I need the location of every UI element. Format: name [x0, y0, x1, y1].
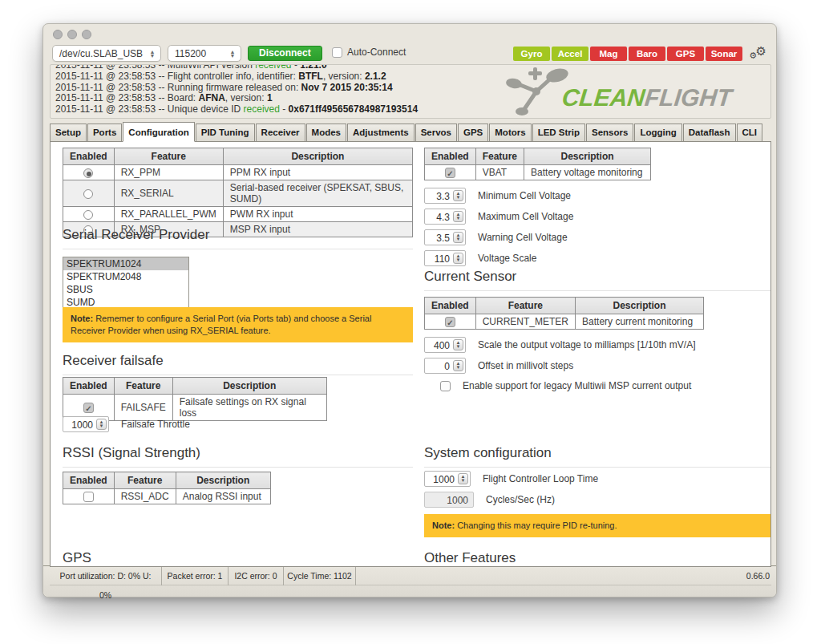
gps-heading: GPS	[63, 550, 413, 567]
min-cell-voltage-row: 3.3▲▼ Minimum Cell Voltage	[424, 188, 571, 204]
stepper-arrows-icon[interactable]: ▲▼	[453, 253, 463, 264]
stepper-arrows-icon[interactable]: ▲▼	[96, 419, 107, 430]
rx-serial-radio[interactable]	[83, 189, 93, 199]
titlebar	[43, 24, 776, 42]
log-line: 2015-11-11 @ 23:58:53 -- Flight controll…	[55, 71, 418, 83]
stepper-arrows-icon[interactable]: ▲▼	[458, 473, 468, 484]
tab-sensors[interactable]: Sensors	[586, 124, 633, 142]
table-row: ✓ CURRENT_METERBattery current monitorin…	[425, 314, 704, 330]
vbat-table: Enabled Feature Description ✓ VBATBatter…	[424, 148, 651, 180]
min-cell-voltage-input[interactable]: 3.3▲▼	[424, 188, 466, 204]
rx-ppm-radio[interactable]	[83, 168, 93, 178]
app-window: /dev/cu.SLAB_USB ▲▼ 115200 ▲▼ Disconnect…	[42, 23, 777, 597]
tab-gps[interactable]: GPS	[458, 124, 488, 142]
current-offset-input[interactable]: 0▲▼	[424, 358, 466, 374]
log-line: 2015-11-11 @ 23:58:53 -- Unique device I…	[55, 104, 418, 115]
max-cell-voltage-row: 4.3▲▼ Maximum Cell Voltage	[424, 209, 573, 225]
indicator-mag: Mag	[590, 47, 627, 61]
stepper-arrows-icon[interactable]: ▲▼	[453, 339, 463, 350]
baud-rate-select[interactable]: 115200 ▲▼	[168, 45, 241, 62]
settings-gear-icon[interactable]: ⚙⚙	[746, 44, 766, 63]
serial-receiver-note: Note: Rememer to configure a Serial Port…	[63, 307, 413, 342]
table-row: RX_PARALLEL_PWMPWM RX input	[63, 207, 413, 222]
rssi-adc-checkbox[interactable]	[83, 492, 94, 502]
table-row: ✓ VBATBattery voltage monitoring	[425, 165, 651, 180]
field-label: Voltage Scale	[478, 253, 536, 264]
log-panel[interactable]: 2015-11-11 @ 23:58:53 -- MultiWii API ve…	[50, 64, 771, 119]
log-lines: 2015-11-11 @ 23:58:53 -- MultiWii API ve…	[55, 64, 418, 115]
legacy-msp-checkbox[interactable]	[440, 381, 451, 391]
cycles-per-sec-readout: 1000	[424, 492, 474, 508]
current-meter-checkbox[interactable]: ✓	[445, 317, 455, 327]
indicator-accel: Accel	[552, 47, 588, 61]
table-row: RX_PPMPPM RX input	[63, 165, 413, 180]
indicator-gyro: Gyro	[513, 47, 550, 61]
loop-time-input[interactable]: 1000▲▼	[424, 471, 471, 487]
tab-receiver[interactable]: Receiver	[256, 124, 305, 142]
tab-adjustments[interactable]: Adjustments	[347, 124, 415, 142]
legacy-msp-row: Enable support for legacy Multiwii MSP c…	[424, 380, 691, 391]
tab-configuration[interactable]: Configuration	[123, 122, 194, 142]
tab-servos[interactable]: Servos	[415, 124, 457, 142]
rx-parallel-pwm-radio[interactable]	[83, 210, 93, 220]
cleanflight-logo: CLEANFLIGHT	[499, 67, 764, 116]
table-row: RSSI_ADCAnalog RSSI input	[63, 489, 271, 504]
version-label: 0.66.0	[746, 571, 771, 581]
autoconnect-control[interactable]: Auto-Connect	[332, 47, 406, 58]
tab-led-strip[interactable]: LED Strip	[532, 124, 585, 142]
window-zoom-button[interactable]	[82, 30, 91, 39]
indicator-baro: Baro	[629, 47, 665, 61]
stepper-arrows-icon[interactable]: ▲▼	[453, 211, 463, 222]
tab-dataflash[interactable]: Dataflash	[683, 124, 736, 142]
tab-modes[interactable]: Modes	[306, 124, 346, 142]
left-column: Enabled Feature Description RX_PPMPPM RX…	[63, 142, 413, 567]
tab-motors[interactable]: Motors	[489, 124, 531, 142]
status-bar: Port utilization: D: 0% U: 0% Packet err…	[43, 565, 776, 597]
max-cell-voltage-input[interactable]: 4.3▲▼	[424, 209, 466, 225]
rssi-table: Enabled Feature Description RSSI_ADCAnal…	[63, 472, 271, 504]
failsafe-table: Enabled Feature Description ✓ FAILSAFEFa…	[63, 377, 327, 421]
voltage-scale-input[interactable]: 110▲▼	[424, 250, 466, 266]
sensor-indicators: Gyro Accel Mag Baro GPS Sonar	[512, 47, 742, 61]
baud-rate-value: 115200	[175, 48, 206, 59]
failsafe-throttle-row: 1000 ▲▼ Failsafe Throttle	[63, 416, 190, 432]
current-meter-table: Enabled Feature Description ✓ CURRENT_ME…	[424, 297, 704, 330]
tab-setup[interactable]: Setup	[50, 124, 87, 142]
autoconnect-checkbox[interactable]	[332, 47, 342, 58]
pid-retuning-note: Note: Changing this may require PID re-t…	[424, 514, 771, 537]
updown-arrows-icon: ▲▼	[228, 48, 237, 59]
stepper-arrows-icon[interactable]: ▲▼	[453, 360, 463, 371]
field-label: Cycles/Sec (Hz)	[486, 494, 555, 505]
current-offset-row: 0▲▼ Offset in millivolt steps	[424, 358, 573, 374]
warning-cell-voltage-input[interactable]: 3.5▲▼	[424, 229, 466, 245]
window-minimize-button[interactable]	[67, 30, 77, 39]
list-item[interactable]: SPEKTRUM1024	[63, 257, 188, 270]
stepper-arrows-icon[interactable]: ▲▼	[453, 190, 463, 201]
other-features-heading: Other Features	[424, 550, 771, 567]
field-label: Flight Controller Loop Time	[483, 473, 598, 484]
tab-pid-tuning[interactable]: PID Tuning	[196, 124, 255, 142]
current-scale-input[interactable]: 400▲▼	[424, 337, 466, 353]
rx-features-table: Enabled Feature Description RX_PPMPPM RX…	[63, 148, 413, 237]
list-item[interactable]: SPEKTRUM2048	[63, 270, 188, 283]
tab-cli[interactable]: CLI	[737, 124, 763, 142]
vbat-checkbox[interactable]: ✓	[445, 168, 455, 178]
serial-port-select[interactable]: /dev/cu.SLAB_USB ▲▼	[52, 45, 161, 62]
receiver-failsafe-heading: Receiver failsafe	[63, 353, 413, 375]
failsafe-throttle-input[interactable]: 1000 ▲▼	[63, 416, 109, 432]
list-item[interactable]: SBUS	[63, 283, 188, 296]
stepper-arrows-icon[interactable]: ▲▼	[453, 232, 463, 243]
disconnect-button[interactable]: Disconnect	[248, 46, 322, 61]
table-row: RX_SERIALSerial-based receiver (SPEKSAT,…	[63, 180, 413, 207]
tab-ports[interactable]: Ports	[87, 124, 122, 142]
system-configuration-heading: System configuration	[424, 445, 771, 468]
serial-provider-listbox[interactable]: SPEKTRUM1024 SPEKTRUM2048 SBUS SUMD	[63, 257, 189, 311]
cycles-per-sec-row: 1000 Cycles/Sec (Hz)	[424, 492, 555, 508]
serial-port-value: /dev/cu.SLAB_USB	[59, 48, 143, 59]
tab-logging[interactable]: Logging	[634, 124, 681, 142]
right-column: Enabled Feature Description ✓ VBATBatter…	[424, 142, 771, 567]
failsafe-checkbox[interactable]: ✓	[83, 403, 94, 413]
window-close-button[interactable]	[53, 30, 63, 39]
tab-bar: Setup Ports Configuration PID Tuning Rec…	[50, 121, 771, 142]
cycle-time-status: Cycle Time: 1102	[284, 566, 356, 585]
